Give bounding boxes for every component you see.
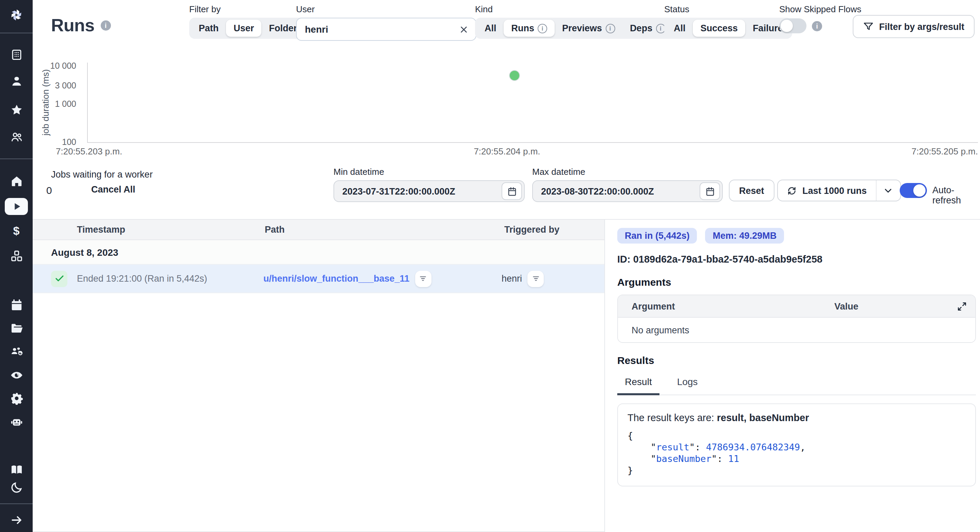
sidebar-divider	[0, 159, 33, 159]
resources-cubes-icon[interactable]	[8, 248, 24, 264]
kind-all-button[interactable]: All	[477, 20, 504, 37]
max-datetime-calendar-icon[interactable]	[700, 182, 720, 200]
xtick-right: 7:20:55.205 p.m.	[912, 146, 978, 156]
run-detail-panel: Ran in (5,442s) Mem: 49.29MB ID: 0189d62…	[605, 220, 980, 532]
xtick-center: 7:20:55.204 p.m.	[466, 146, 548, 156]
value-column-header: Value	[834, 301, 957, 311]
run-data-point[interactable]	[510, 71, 519, 80]
runs-list: Timestamp Path Triggered by August 8, 20…	[33, 220, 605, 532]
filter-args-result-button[interactable]: Filter by args/result	[853, 15, 975, 38]
kind-segmented: All Runsi Previewsi Depsi	[475, 18, 675, 39]
collapse-arrow-icon[interactable]	[8, 511, 24, 528]
filter-by-user-icon[interactable]	[527, 270, 544, 287]
home-icon[interactable]	[8, 173, 24, 189]
user-filter-label: User	[296, 4, 476, 14]
chart-y-axis	[87, 63, 88, 142]
runs-play-icon[interactable]	[5, 198, 28, 215]
runs-page: $	[0, 0, 980, 532]
chart-x-axis	[87, 142, 978, 143]
user-filter-field	[296, 18, 476, 41]
auto-refresh-label: Auto-refresh	[932, 185, 980, 205]
reset-button[interactable]: Reset	[729, 179, 775, 202]
success-check-icon	[51, 270, 67, 287]
favorites-star-icon[interactable]	[8, 102, 24, 118]
filter-by-user-button[interactable]: User	[226, 20, 262, 37]
main-content: Runs i Filter by Path User Folder User	[33, 0, 980, 532]
status-all-button[interactable]: All	[666, 20, 693, 37]
result-json: { "result": 4786934.076482349, "baseNumb…	[627, 430, 966, 476]
max-datetime-input[interactable]	[541, 186, 700, 196]
max-datetime-field	[532, 180, 723, 202]
windmill-logo-icon[interactable]	[8, 7, 24, 23]
queue-count: 0	[46, 184, 52, 196]
result-summary: The result keys are: result, baseNumber	[627, 412, 966, 423]
status-success-button[interactable]: Success	[693, 20, 746, 37]
docs-book-icon[interactable]	[8, 461, 24, 478]
workers-robot-icon[interactable]	[8, 414, 24, 430]
memory-badge: Mem: 49.29MB	[705, 228, 784, 243]
bottom-section: Timestamp Path Triggered by August 8, 20…	[33, 219, 980, 532]
groups-icon[interactable]	[8, 129, 24, 145]
ytick-10000: 10 000	[33, 61, 76, 71]
min-datetime-input[interactable]	[342, 186, 501, 196]
run-row[interactable]: Ended 19:21:00 (Ran in 5,442s) u/henri/s…	[33, 265, 605, 293]
folders-icon[interactable]	[8, 320, 24, 336]
filter-by-segmented: Path User Folder	[189, 18, 307, 39]
dark-mode-moon-icon[interactable]	[8, 479, 24, 495]
run-triggered-by: henri	[501, 273, 522, 284]
user-icon[interactable]	[8, 73, 24, 89]
workers-group-icon[interactable]	[8, 343, 24, 359]
xtick-left: 7:20:55.203 p.m.	[56, 146, 122, 156]
results-tabs: Result Logs	[617, 372, 976, 395]
filter-by-path-button[interactable]: Path	[191, 20, 226, 37]
tab-logs[interactable]: Logs	[670, 372, 705, 395]
max-datetime-label: Max datetime	[532, 167, 723, 177]
min-datetime-calendar-icon[interactable]	[501, 182, 522, 200]
arguments-table: Argument Value No arguments	[617, 295, 976, 343]
tab-result[interactable]: Result	[617, 372, 659, 395]
last-runs-button[interactable]: Last 1000 runs	[778, 180, 875, 201]
clear-user-icon[interactable]	[459, 24, 469, 34]
kind-runs-button[interactable]: Runsi	[504, 20, 555, 37]
schedules-calendar-icon[interactable]	[8, 297, 24, 313]
settings-gear-icon[interactable]	[8, 390, 24, 406]
run-timestamp: Ended 19:21:00 (Ran in 5,442s)	[77, 273, 207, 284]
arguments-title: Arguments	[617, 276, 976, 288]
min-datetime-label: Min datetime	[334, 167, 525, 177]
runs-table-header: Timestamp Path Triggered by	[33, 220, 605, 240]
billing-dollar-icon[interactable]: $	[8, 223, 24, 240]
auto-refresh-toggle[interactable]	[900, 183, 927, 198]
ytick-1000: 1 000	[33, 99, 76, 109]
kind-previews-info-icon[interactable]: i	[605, 24, 615, 33]
workspace-icon[interactable]	[8, 46, 24, 63]
audit-eye-icon[interactable]	[8, 367, 24, 383]
min-datetime-field	[334, 180, 525, 202]
run-id: ID: 0189d62a-79a1-bba2-5740-a5dab9e5f258	[617, 254, 976, 265]
argument-column-header: Argument	[618, 301, 834, 311]
kind-label: Kind	[475, 4, 675, 14]
queue-label: Jobs waiting for a worker	[51, 169, 153, 179]
chevron-down-icon	[883, 185, 894, 196]
last-runs-dropdown-button[interactable]	[875, 180, 900, 201]
user-filter-input[interactable]	[305, 24, 459, 35]
kind-deps-info-icon[interactable]: i	[656, 24, 665, 33]
show-skipped-info-icon[interactable]: i	[812, 21, 822, 31]
sidebar-divider	[0, 503, 33, 504]
refresh-icon	[787, 186, 797, 195]
col-triggered-by: Triggered by	[499, 224, 605, 235]
duration-chart: job duration (ms) 10 000 3 000 1 000 100…	[33, 58, 980, 160]
run-path-link[interactable]: u/henri/slow_function___base_11	[263, 273, 409, 284]
kind-runs-info-icon[interactable]: i	[538, 24, 547, 33]
filter-by-path-icon[interactable]	[415, 270, 431, 287]
show-skipped-toggle[interactable]	[779, 18, 807, 33]
status-segmented: All Success Failure	[664, 18, 792, 39]
kind-previews-button[interactable]: Previewsi	[555, 20, 622, 37]
page-title: Runs	[51, 15, 95, 36]
ran-in-badge: Ran in (5,442s)	[617, 228, 697, 243]
no-arguments-row: No arguments	[618, 317, 975, 342]
cancel-all-button[interactable]: Cancel All	[91, 184, 135, 195]
runs-info-icon[interactable]: i	[101, 21, 111, 31]
status-label: Status	[664, 4, 792, 14]
last-runs-split-button: Last 1000 runs	[777, 179, 901, 202]
expand-arguments-icon[interactable]	[957, 301, 975, 311]
